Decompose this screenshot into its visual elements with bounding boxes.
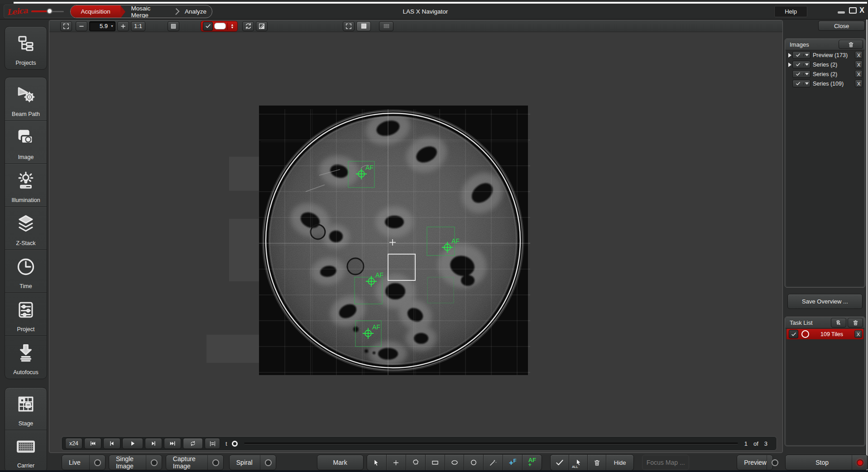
hide-button[interactable]: Hide [606, 455, 633, 470]
visibility-combo[interactable] [792, 61, 810, 68]
sidebar-item-z-stack[interactable]: Z-Stack [5, 207, 47, 250]
last-frame-button[interactable] [164, 438, 181, 449]
loop-playback-button[interactable] [183, 438, 203, 449]
visibility-check-icon[interactable] [793, 62, 803, 67]
single-image-button[interactable]: Single Image [109, 455, 162, 470]
live-button[interactable]: Live [62, 455, 106, 470]
preview-button[interactable]: Preview [737, 455, 773, 470]
image-row[interactable]: Preview (173) X [786, 50, 864, 60]
tab-mosaic-merge[interactable]: Mosaic Merge [125, 5, 171, 18]
channel-spinner[interactable]: ▲ ▼ [229, 24, 235, 29]
capture-image-button[interactable]: Capture Image [166, 455, 224, 470]
close-panel-button[interactable]: Close [818, 21, 865, 31]
refresh-button[interactable] [242, 21, 254, 31]
zoom-value-input[interactable]: 5.9 ▼ [89, 21, 115, 31]
task-checkbox[interactable] [789, 330, 798, 338]
visibility-check-icon[interactable] [793, 81, 803, 86]
navigator-canvas[interactable]: AF AF AF AF [49, 32, 782, 437]
stop-button[interactable]: Stop [785, 455, 868, 470]
tab-analyze[interactable]: Analyze [179, 5, 212, 18]
maximize-button[interactable] [849, 7, 857, 14]
row-dropdown-icon[interactable] [803, 73, 810, 75]
clear-finished-tasks-button[interactable] [831, 318, 846, 328]
row-dropdown-icon[interactable] [803, 63, 810, 66]
close-window-button[interactable]: X [859, 7, 864, 14]
task-row[interactable]: 109 Tiles X [786, 329, 863, 339]
expand-icon[interactable] [787, 63, 792, 67]
sidebar-item-projects[interactable]: Projects [5, 27, 47, 69]
select-tool-button[interactable] [367, 455, 387, 470]
fit-view-button[interactable] [60, 21, 72, 31]
ellipse-tool-button[interactable] [445, 455, 465, 470]
wand-tool-button[interactable] [484, 455, 503, 470]
grid-sparse-button[interactable] [379, 21, 393, 31]
sidebar-item-beam-path[interactable]: Beam Path [5, 77, 47, 120]
time-slider-handle[interactable] [232, 441, 238, 447]
sidebar-item-image[interactable]: Image [5, 120, 47, 164]
remove-task-button[interactable]: X [854, 330, 862, 338]
fullscreen-button[interactable] [343, 21, 355, 31]
sidebar-item-time[interactable]: Time [5, 250, 47, 293]
minimize-button[interactable] [836, 7, 846, 14]
image-row-label[interactable]: Series (2) [810, 71, 855, 77]
expand-icon[interactable] [787, 53, 792, 58]
circle-tool-button[interactable] [464, 455, 484, 470]
sidebar-item-stage[interactable]: Stage [5, 388, 47, 430]
spiral-button[interactable]: Spiral [229, 455, 276, 470]
previous-frame-button[interactable] [103, 438, 120, 449]
row-dropdown-icon[interactable] [803, 54, 810, 56]
visibility-combo[interactable] [792, 51, 810, 59]
channel-checkbox[interactable] [203, 22, 213, 31]
first-frame-button[interactable] [84, 438, 101, 449]
image-row[interactable]: Series (109) X [786, 79, 864, 88]
actual-size-button[interactable]: 1:1 [131, 21, 145, 31]
select-all-button[interactable]: ALL [569, 455, 588, 470]
visibility-check-icon[interactable] [793, 72, 803, 77]
zoom-out-button[interactable] [76, 21, 87, 31]
save-overview-button[interactable]: Save Overview ... [787, 294, 863, 309]
rectangle-tool-button[interactable] [426, 455, 445, 470]
remove-image-button[interactable]: X [855, 51, 863, 59]
image-row-label[interactable]: Series (109) [810, 81, 855, 87]
channel-color-swatch[interactable] [214, 23, 226, 29]
sidebar-item-carrier[interactable]: Carrier [5, 430, 47, 472]
row-dropdown-icon[interactable] [803, 82, 810, 85]
accept-all-button[interactable] [551, 455, 569, 470]
add-af-point-tool-button[interactable]: AF+ [523, 455, 542, 470]
sidebar-item-project[interactable]: Project [5, 293, 47, 336]
playback-speed-button[interactable]: x24 [65, 438, 82, 449]
next-frame-button[interactable] [145, 438, 162, 449]
delete-task-button[interactable] [848, 318, 863, 328]
zoom-in-button[interactable] [117, 21, 129, 31]
bounce-playback-button[interactable] [205, 438, 220, 449]
sidebar-item-illumination[interactable]: Illumination [5, 164, 47, 207]
focus-map-button[interactable]: Focus Map ... [642, 455, 689, 470]
slider-knob[interactable] [47, 8, 53, 14]
time-slider-track[interactable] [244, 443, 738, 444]
help-button[interactable]: Help [774, 6, 807, 17]
remove-image-button[interactable]: X [855, 70, 863, 78]
play-button[interactable] [122, 438, 143, 449]
remove-image-button[interactable]: X [855, 80, 863, 87]
add-focus-point-tool-button[interactable]: +F [503, 455, 523, 470]
visibility-combo[interactable] [792, 80, 810, 87]
visibility-check-icon[interactable] [793, 53, 803, 58]
sidebar-item-autofocus[interactable]: Autofocus [5, 336, 47, 379]
polygon-tool-button[interactable] [406, 455, 426, 470]
image-row-label[interactable]: Series (2) [810, 62, 855, 68]
shading-correction-button[interactable] [256, 21, 268, 31]
tab-acquisition[interactable]: Acquisition [71, 5, 120, 18]
image-row[interactable]: Series (2) X [786, 60, 864, 69]
mark-button[interactable]: Mark [317, 455, 364, 470]
grid-dense-button[interactable] [356, 21, 371, 31]
image-row[interactable]: Series (2) X [786, 69, 864, 79]
delete-images-button[interactable] [839, 40, 863, 49]
overview-rect-button[interactable] [168, 21, 179, 31]
brand-slider[interactable] [31, 9, 64, 14]
add-point-tool-button[interactable] [387, 455, 406, 470]
delete-marks-button[interactable] [588, 455, 606, 470]
zoom-dropdown-icon[interactable]: ▼ [109, 24, 115, 28]
spinner-down-icon[interactable]: ▼ [231, 26, 234, 29]
image-row-label[interactable]: Preview (173) [810, 52, 855, 58]
remove-image-button[interactable]: X [855, 61, 863, 68]
